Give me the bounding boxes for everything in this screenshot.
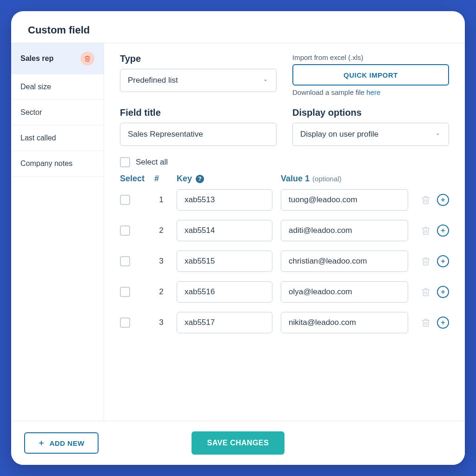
table-row: 2: [120, 220, 449, 241]
field-title-input[interactable]: [120, 123, 277, 146]
quick-import-button[interactable]: QUICK IMPORT: [292, 64, 449, 86]
row-number: 1: [154, 195, 168, 205]
page-title: Custom field: [11, 11, 465, 43]
panel-body: Sales rep Deal size Sector Last called C…: [11, 43, 465, 421]
save-changes-button[interactable]: SAVE CHANGES: [192, 431, 285, 455]
row-number: 2: [154, 226, 168, 235]
key-input[interactable]: [177, 220, 272, 241]
caret-down-icon: [435, 131, 441, 138]
display-options-value: Display on user profile: [300, 130, 378, 139]
row-checkbox[interactable]: [120, 225, 130, 236]
key-input[interactable]: [177, 312, 272, 333]
caret-down-icon: [262, 77, 269, 84]
plus-icon: [440, 289, 446, 295]
sidebar-item-deal-size[interactable]: Deal size: [11, 74, 104, 100]
th-select: Select: [120, 174, 146, 184]
row-delete-button[interactable]: [421, 287, 430, 297]
key-input[interactable]: [177, 251, 272, 272]
plus-icon: [440, 228, 446, 233]
import-label: Import from excel (.xls): [292, 53, 449, 61]
sidebar-item-label: Deal size: [20, 83, 51, 91]
delete-field-button[interactable]: [80, 52, 94, 66]
table-row: 1: [120, 189, 449, 211]
display-options-select[interactable]: Display on user profile: [292, 123, 449, 146]
table-row: 2: [120, 281, 449, 303]
value-input[interactable]: [281, 281, 408, 303]
trash-icon: [421, 318, 430, 327]
field-title-label: Field title: [120, 107, 277, 118]
value-input[interactable]: [281, 189, 408, 211]
sidebar-item-sales-rep[interactable]: Sales rep: [11, 43, 104, 74]
table-row: 3: [120, 251, 449, 272]
sidebar-item-label: Sector: [20, 108, 42, 117]
select-all-checkbox[interactable]: [120, 157, 130, 167]
select-all-label: Select all: [136, 158, 168, 167]
type-label: Type: [120, 53, 277, 64]
sidebar-item-company-notes[interactable]: Company notes: [11, 151, 104, 177]
custom-field-panel: Custom field Sales rep Deal size Sector …: [11, 11, 465, 465]
trash-icon: [421, 287, 430, 297]
trash-icon: [421, 195, 430, 205]
plus-icon: [38, 440, 45, 446]
quick-import-label: QUICK IMPORT: [344, 71, 398, 79]
plus-icon: [440, 258, 446, 264]
plus-icon: [440, 197, 446, 203]
table-rows: 1 2 3: [120, 189, 449, 333]
row-checkbox[interactable]: [120, 317, 130, 328]
row-checkbox[interactable]: [120, 256, 130, 266]
sidebar-item-label: Sales rep: [20, 54, 53, 63]
trash-icon: [84, 55, 91, 62]
row-add-button[interactable]: [437, 225, 449, 237]
add-new-button[interactable]: ADD NEW: [24, 432, 99, 454]
value-input[interactable]: [281, 251, 408, 272]
th-key: Key ?: [177, 174, 272, 184]
sidebar-item-sector[interactable]: Sector: [11, 100, 104, 126]
display-options-label: Display options: [292, 107, 449, 118]
sidebar: Sales rep Deal size Sector Last called C…: [11, 43, 104, 421]
type-select[interactable]: Predefined list: [120, 69, 277, 92]
row-delete-button[interactable]: [421, 257, 430, 266]
trash-icon: [421, 257, 430, 266]
row-add-button[interactable]: [437, 286, 449, 298]
row-add-button[interactable]: [437, 194, 449, 206]
th-value: Value 1 (optional): [281, 174, 408, 184]
footer: ADD NEW SAVE CHANGES: [11, 421, 465, 465]
add-new-label: ADD NEW: [49, 439, 84, 447]
sidebar-item-label: Company notes: [20, 159, 73, 168]
trash-icon: [421, 226, 430, 235]
row-checkbox[interactable]: [120, 287, 130, 297]
save-changes-label: SAVE CHANGES: [207, 439, 269, 447]
row-add-button[interactable]: [437, 317, 449, 329]
value-input[interactable]: [281, 312, 408, 333]
sidebar-item-last-called[interactable]: Last called: [11, 126, 104, 151]
row-number: 2: [154, 287, 168, 297]
sample-file-text: Download a sample file here: [292, 88, 449, 96]
row-delete-button[interactable]: [421, 318, 430, 327]
table-row: 3: [120, 312, 449, 333]
plus-icon: [440, 320, 446, 325]
th-number: #: [154, 174, 168, 184]
sample-file-link[interactable]: here: [366, 88, 380, 96]
key-input[interactable]: [177, 281, 272, 303]
table-header: Select # Key ? Value 1 (optional): [120, 174, 449, 184]
help-icon[interactable]: ?: [196, 175, 204, 183]
field-title-input-el[interactable]: [128, 130, 269, 139]
row-delete-button[interactable]: [421, 226, 430, 235]
key-input[interactable]: [177, 189, 272, 211]
sidebar-item-label: Last called: [20, 134, 56, 142]
content-area: Type Predefined list Import from excel (…: [104, 43, 465, 421]
row-delete-button[interactable]: [421, 195, 430, 205]
row-number: 3: [154, 257, 168, 266]
row-add-button[interactable]: [437, 255, 449, 267]
type-select-value: Predefined list: [128, 76, 178, 85]
row-number: 3: [154, 318, 168, 327]
row-checkbox[interactable]: [120, 195, 130, 205]
value-input[interactable]: [281, 220, 408, 241]
